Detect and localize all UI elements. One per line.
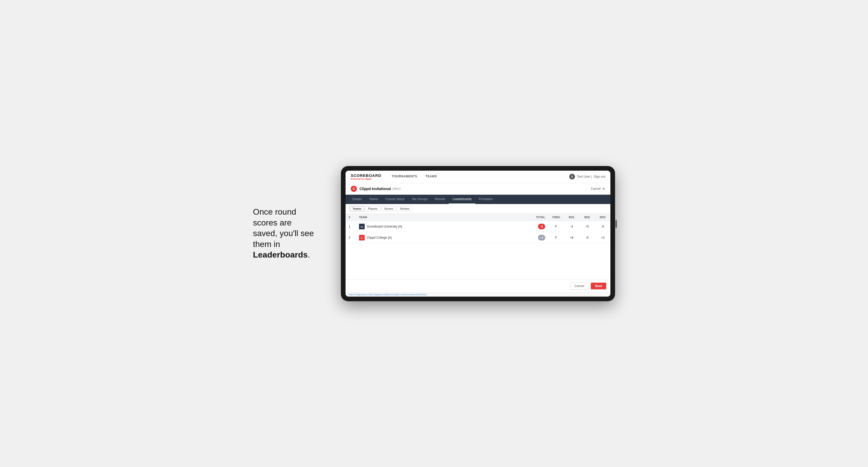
row1-thru: F <box>548 221 564 232</box>
leaderboard-table-container: # TEAM TOTAL THRU RD1 RD2 RD3 1 <box>345 214 610 243</box>
filter-bar: Teams Players Scores Strokes <box>345 204 610 214</box>
row1-rd3: -6 <box>595 221 610 232</box>
row2-total: +3 <box>528 232 548 243</box>
filter-strokes[interactable]: Strokes <box>397 206 412 211</box>
row2-rd1: +8 <box>564 232 579 243</box>
content-spacer <box>345 243 610 280</box>
tab-course-setup[interactable]: Course Setup <box>382 195 408 204</box>
col-thru: THRU <box>548 214 564 221</box>
row1-rd1: -4 <box>564 221 579 232</box>
svg-text:SU: SU <box>361 226 363 228</box>
row2-rank: 2 <box>345 232 356 243</box>
col-rd2: RD2 <box>579 214 595 221</box>
desc-line4: them in <box>253 240 280 249</box>
cancel-button[interactable]: Cancel <box>570 282 589 290</box>
row2-total-badge: +3 <box>538 235 545 241</box>
col-total: TOTAL <box>528 214 548 221</box>
desc-punctuation: . <box>308 250 310 259</box>
tab-results[interactable]: Results <box>431 195 449 204</box>
save-button[interactable]: Save <box>591 283 606 289</box>
desc-line3: saved, you'll see <box>253 228 314 238</box>
row1-total-badge: -5 <box>538 224 545 229</box>
tab-details[interactable]: Details <box>349 195 366 204</box>
desc-line2: scores are <box>253 218 291 227</box>
tab-printables[interactable]: Printables <box>475 195 496 204</box>
logo-area: SCOREBOARD Powered by clippd <box>351 173 381 180</box>
logo-brand: clippd <box>365 178 371 180</box>
tournament-header: C Clippd Invitational (Men) Cancel ✕ <box>345 183 610 195</box>
tab-teams[interactable]: Teams <box>366 195 382 204</box>
modal-footer: Cancel Save <box>345 280 610 292</box>
svg-text:C: C <box>361 237 363 239</box>
table-header-row: # TEAM TOTAL THRU RD1 RD2 RD3 <box>345 214 610 221</box>
row1-team-logo: SU <box>359 224 365 229</box>
tablet-frame: SCOREBOARD Powered by clippd TOURNAMENTS… <box>341 166 615 301</box>
tournament-type: (Men) <box>392 187 400 191</box>
cancel-header-label: Cancel <box>591 187 600 191</box>
url-bar: https://stage-blue-coach.stagescoredboar… <box>345 292 610 297</box>
sign-out-link[interactable]: Sign out <box>594 175 605 179</box>
filter-scores[interactable]: Scores <box>381 206 396 211</box>
row2-rd2: -8 <box>579 232 595 243</box>
table-row: 1 SU Scoreboard University [A] <box>345 221 610 232</box>
logo-sub: Powered by clippd <box>351 178 381 180</box>
tournament-name: Clippd Invitational <box>360 187 391 191</box>
close-icon: ✕ <box>602 187 605 191</box>
tournament-icon: C <box>351 186 357 192</box>
left-description: Once round scores are saved, you'll see … <box>253 207 326 260</box>
col-rd1: RD1 <box>564 214 579 221</box>
leaderboard-table: # TEAM TOTAL THRU RD1 RD2 RD3 1 <box>345 214 610 243</box>
top-nav: SCOREBOARD Powered by clippd TOURNAMENTS… <box>345 171 610 183</box>
tablet-screen: SCOREBOARD Powered by clippd TOURNAMENTS… <box>345 171 610 297</box>
row1-rank: 1 <box>345 221 356 232</box>
tab-nav: Details Teams Course Setup Tee Groups Re… <box>345 195 610 204</box>
desc-line1: Once round <box>253 207 296 216</box>
table-row: 2 C Clippd College [A] +3 <box>345 232 610 243</box>
desc-line5-bold: Leaderboards <box>253 250 308 259</box>
row1-team-name: Scoreboard University [A] <box>367 225 402 228</box>
tab-leaderboards[interactable]: Leaderboards <box>449 195 475 204</box>
cancel-header-button[interactable]: Cancel ✕ <box>591 187 605 191</box>
row2-team-logo: C <box>359 235 365 241</box>
user-avatar: S <box>569 174 575 180</box>
row1-total: -5 <box>528 221 548 232</box>
tablet-side-button <box>616 220 617 228</box>
row2-rd3: +3 <box>595 232 610 243</box>
row2-team-name: Clippd College [A] <box>367 236 392 240</box>
nav-links: TOURNAMENTS TEAMS <box>388 171 569 183</box>
filter-teams[interactable]: Teams <box>350 206 364 211</box>
col-rank: # <box>345 214 356 221</box>
nav-tournaments[interactable]: TOURNAMENTS <box>388 171 421 183</box>
col-rd3: RD3 <box>595 214 610 221</box>
row2-team: C Clippd College [A] <box>356 232 528 243</box>
page-wrapper: Once round scores are saved, you'll see … <box>253 166 615 301</box>
logo-sub-prefix: Powered by <box>351 178 365 180</box>
filter-players[interactable]: Players <box>365 206 380 211</box>
row2-thru: F <box>548 232 564 243</box>
nav-teams[interactable]: TEAMS <box>421 171 441 183</box>
col-team: TEAM <box>356 214 528 221</box>
tab-tee-groups[interactable]: Tee Groups <box>408 195 431 204</box>
nav-right: S Test User | Sign out <box>569 174 605 180</box>
row1-team: SU Scoreboard University [A] <box>356 221 528 232</box>
logo-text: SCOREBOARD <box>351 173 381 178</box>
row1-rd2: +5 <box>579 221 595 232</box>
user-name: Test User | <box>577 175 592 179</box>
